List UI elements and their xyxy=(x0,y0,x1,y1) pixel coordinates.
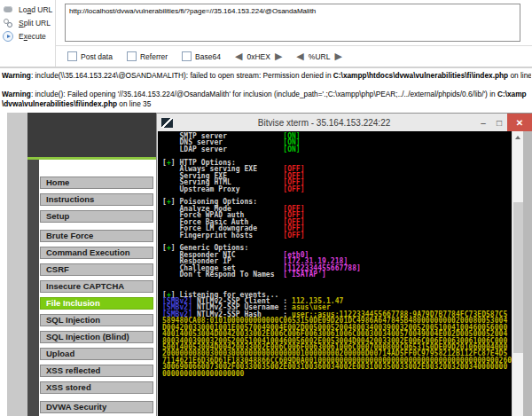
terminal-line: Don't Respond To Names ['ISATAP'] xyxy=(162,271,512,278)
encoder-label: 0xHEX xyxy=(246,52,270,61)
sidebar-item-dvwa-security[interactable]: DVWA Security xyxy=(40,401,153,413)
window-right-frame xyxy=(523,131,532,416)
toolbar-row-divider xyxy=(55,45,532,46)
execute-label: Execute xyxy=(19,32,46,41)
terminal-line: Upstream Proxy [OFF] xyxy=(162,186,512,192)
sidebar-item-sql-injection-blind[interactable]: SQL Injection (Blind) xyxy=(40,331,153,343)
toolbar-separator xyxy=(55,0,56,67)
maximize-button[interactable]: □ xyxy=(491,114,507,131)
sidebar-item-sql-injection[interactable]: SQL Injection xyxy=(40,314,153,326)
terminal-screen[interactable]: SMTP server [ON] DNS server [ON] LDAP se… xyxy=(158,131,512,416)
sidebar-item-brute-force[interactable]: Brute Force xyxy=(40,230,153,242)
menu-group: DVWA Security xyxy=(39,401,156,413)
warning-line: Warning: include(): Failed opening '//35… xyxy=(2,90,531,100)
php-warning: Warning: include(): Failed opening '//35… xyxy=(2,90,531,110)
checkbox-box[interactable] xyxy=(127,51,137,61)
hackbar-options-row: Post dataReferrerBase64◀0xHEX▶◀%URL▶ xyxy=(67,50,342,63)
encode-arrow-icon[interactable]: ▶ xyxy=(275,51,282,61)
minimize-button[interactable]: – xyxy=(475,114,491,131)
url-encoder: ◀%URL▶ xyxy=(296,51,342,61)
xterm-window: Bitvise xterm - 35.164.153.224:22 – □ ✕ … xyxy=(156,113,532,416)
decode-arrow-icon[interactable]: ◀ xyxy=(235,51,242,61)
checkbox-label: Post data xyxy=(81,52,113,61)
window-titlebar[interactable]: Bitvise xterm - 35.164.153.224:22 – □ ✕ xyxy=(157,114,532,131)
sidebar-item-upload[interactable]: Upload xyxy=(40,348,153,360)
hex-encoder: ◀0xHEX▶ xyxy=(235,51,282,61)
hackbar-toolbar: Load URLSplit URLExecute http://localhos… xyxy=(0,0,532,68)
post-data-checkbox[interactable]: Post data xyxy=(67,51,113,61)
page-background-band xyxy=(7,113,27,416)
terminal-line xyxy=(162,279,512,285)
checkbox-label: Referrer xyxy=(140,52,168,61)
hackbar-commands: Load URLSplit URLExecute xyxy=(3,4,54,43)
sidebar-item-instructions[interactable]: Instructions xyxy=(40,193,153,206)
base64-checkbox[interactable]: Base64 xyxy=(182,51,221,61)
warning-line: \dvwa\vulnerabilities\fi\index.php on li… xyxy=(2,99,531,110)
terminal-line: 0000000000000000000 xyxy=(162,371,512,377)
referrer-checkbox[interactable]: Referrer xyxy=(127,51,168,61)
execute-button[interactable]: Execute xyxy=(3,30,54,43)
page-left-border xyxy=(27,160,39,416)
php-warnings: Warning: include(\\35.164.153.224\@OSAND… xyxy=(2,69,531,118)
checkbox-label: Base64 xyxy=(195,52,221,61)
load-url-label: Load URL xyxy=(19,5,52,14)
terminal-scrollbar[interactable] xyxy=(512,131,523,416)
encoder-label: %URL xyxy=(309,52,331,61)
encode-arrow-icon[interactable]: ▶ xyxy=(334,51,341,61)
sidebar-item-home[interactable]: Home xyxy=(40,177,153,189)
sidebar-item-xss-stored[interactable]: XSS stored xyxy=(40,381,153,394)
url-input[interactable]: http://localhost/dvwa/vulnerabilities/fi… xyxy=(65,4,520,42)
load-url-button[interactable]: Load URL xyxy=(3,4,54,16)
scrollbar-thumb[interactable] xyxy=(513,202,523,353)
split-url-button[interactable]: Split URL xyxy=(3,17,54,29)
window-title: Bitvise xterm - 35.164.153.224:22 xyxy=(173,118,475,128)
php-warning: Warning: include(\\35.164.153.224\@OSAND… xyxy=(2,71,531,82)
terminal-line: Fingerprint hosts [OFF] xyxy=(162,232,512,239)
menu-group: Brute ForceCommand ExecutionCSRFInsecure… xyxy=(39,230,156,394)
bitvise-icon xyxy=(161,118,173,128)
split-icon xyxy=(3,18,13,28)
sidebar-item-xss-reflected[interactable]: XSS reflected xyxy=(40,365,153,377)
checkbox-box[interactable] xyxy=(67,51,77,61)
browser-viewport: Load URLSplit URLExecute http://localhos… xyxy=(0,0,532,416)
sidebar-item-csrf[interactable]: CSRF xyxy=(40,263,153,276)
split-url-label: Split URL xyxy=(19,19,51,27)
warning-line: Warning: include(\\35.164.153.224\@OSAND… xyxy=(2,71,531,82)
sidebar-item-command-execution[interactable]: Command Execution xyxy=(40,247,153,259)
close-button[interactable]: ✕ xyxy=(507,114,532,131)
checkbox-box[interactable] xyxy=(182,51,192,61)
dvwa-menu: HomeInstructionsSetupBrute ForceCommand … xyxy=(39,160,156,416)
decode-arrow-icon[interactable]: ◀ xyxy=(296,51,303,61)
terminal-line: LDAP server [ON] xyxy=(162,146,512,153)
scroll-up-icon[interactable] xyxy=(512,136,523,148)
play-icon xyxy=(3,31,13,42)
sidebar-item-file-inclusion[interactable]: File Inclusion xyxy=(40,297,153,310)
sidebar-item-setup[interactable]: Setup xyxy=(40,210,153,223)
terminal-body: SMTP server [ON] DNS server [ON] LDAP se… xyxy=(158,131,532,416)
menu-group: HomeInstructionsSetup xyxy=(39,177,156,223)
globe-icon xyxy=(3,4,13,15)
sidebar-item-insecure-captcha[interactable]: Insecure CAPTCHA xyxy=(40,280,153,293)
